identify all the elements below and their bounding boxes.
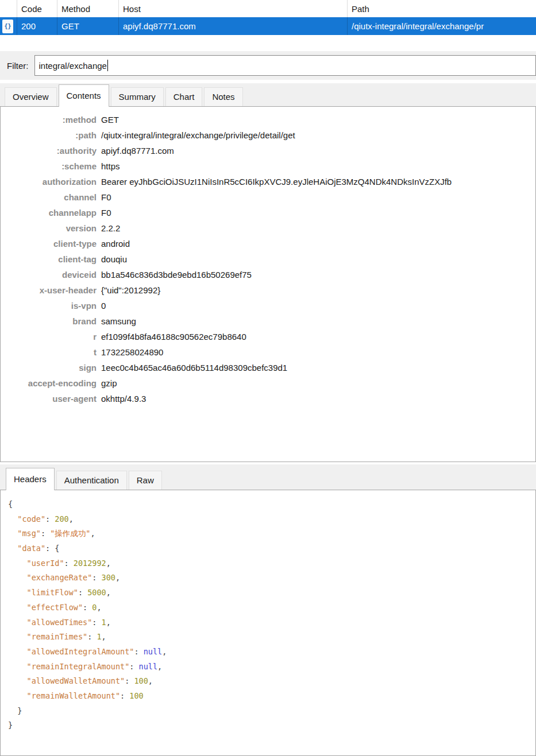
header-value: 1eec0c4b465ac46a60d6b5114d98309cbefc39d1	[101, 360, 535, 375]
tab-summary[interactable]: Summary	[111, 87, 164, 106]
response-body-pane[interactable]: { "code": 200, "msg": "操作成功", "data": { …	[0, 490, 536, 756]
request-subtabs: HeadersAuthenticationRaw	[0, 464, 536, 490]
json-token-number: 1	[97, 632, 101, 641]
filter-input[interactable]: integral/exchange	[34, 55, 536, 76]
subtab-authentication[interactable]: Authentication	[56, 471, 127, 490]
column-header-method[interactable]: Method	[57, 0, 118, 17]
json-line: "allowedIntegralAmount": null,	[8, 645, 535, 660]
json-line: "remainWalletAmount": 100	[8, 689, 535, 704]
json-token-key: "allowedIntegralAmount"	[27, 647, 134, 656]
json-token-punct: ,	[97, 603, 101, 612]
json-token-number: 100	[134, 676, 148, 685]
json-line: "allowedWalletAmount": 100,	[8, 674, 535, 689]
json-token-key: "exchangeRate"	[27, 573, 92, 582]
json-token-punct: :	[120, 691, 129, 700]
header-row: version2.2.2	[1, 220, 535, 236]
json-token-punct	[8, 588, 27, 597]
subtab-headers[interactable]: Headers	[6, 468, 55, 490]
header-row: t1732258024890	[1, 344, 535, 360]
header-key: t	[1, 344, 97, 360]
table-row-selected[interactable]: {} 200 GET apiyf.dq87771.com /qiutx-inte…	[0, 17, 536, 35]
header-key: channel	[1, 189, 97, 205]
header-row: is-vpn0	[1, 298, 535, 313]
header-row: x-user-header{"uid":2012992}	[1, 282, 535, 298]
header-key: r	[1, 329, 97, 344]
header-key: :authority	[1, 143, 97, 158]
json-token-null: null	[144, 647, 163, 656]
json-token-key: "remainTimes"	[27, 632, 88, 641]
header-value: https	[101, 158, 535, 174]
header-key: client-tag	[1, 251, 97, 267]
json-token-number: 200	[55, 514, 68, 524]
header-row: sign1eec0c4b465ac46a60d6b5114d98309cbefc…	[1, 360, 535, 375]
json-token-punct	[8, 691, 27, 700]
tab-chart[interactable]: Chart	[165, 87, 203, 106]
json-token-key: "effectFlow"	[27, 603, 83, 612]
content-tabs: OverviewContentsSummaryChartNotes	[0, 83, 536, 106]
tab-contents[interactable]: Contents	[59, 84, 109, 107]
table-filter-gap	[0, 35, 536, 51]
json-token-punct	[8, 544, 17, 553]
tab-overview[interactable]: Overview	[5, 87, 57, 106]
json-token-punct: ,	[106, 559, 111, 568]
json-token-punct: ,	[69, 514, 74, 524]
json-token-punct	[8, 573, 27, 582]
request-headers-pane[interactable]: :methodGET:path/qiutx-integral/integral/…	[0, 106, 536, 462]
json-token-key: "data"	[17, 544, 45, 553]
json-token-punct: }	[8, 706, 22, 715]
subtab-raw[interactable]: Raw	[129, 471, 162, 490]
json-line: "msg": "操作成功",	[8, 526, 535, 541]
json-token-punct: :	[78, 588, 87, 597]
json-line: "exchangeRate": 300,	[8, 571, 535, 586]
json-token-punct: :	[45, 514, 55, 524]
json-token-punct: :	[41, 529, 50, 538]
header-value: android	[101, 236, 535, 251]
column-header-host[interactable]: Host	[118, 0, 347, 17]
header-value: 1732258024890	[101, 344, 535, 360]
header-row: client-tagdouqiu	[1, 251, 535, 267]
header-key: :path	[1, 127, 97, 143]
json-token-punct: :	[129, 662, 138, 671]
json-token-number: 300	[102, 573, 115, 582]
json-token-key: "code"	[17, 514, 45, 524]
row-host-cell: apiyf.dq87771.com	[118, 17, 347, 35]
json-token-punct	[8, 632, 27, 641]
json-token-punct: {	[8, 499, 13, 509]
json-token-punct: :	[125, 676, 134, 685]
row-path-cell: /qiutx-integral/integral/exchange/pr	[347, 17, 536, 35]
row-method-cell: GET	[57, 17, 118, 35]
json-token-punct: :	[83, 603, 92, 612]
header-value: bb1a546c836d3bde9ebd16b50269ef75	[101, 267, 535, 282]
header-value: apiyf.dq87771.com	[101, 143, 535, 158]
header-key: version	[1, 220, 97, 236]
header-value: gzip	[101, 375, 535, 391]
header-key: authorization	[1, 174, 97, 189]
json-token-number: 2012992	[74, 559, 106, 568]
header-value: okhttp/4.9.3	[101, 391, 535, 406]
tab-notes[interactable]: Notes	[204, 87, 242, 106]
request-table: Code Method Host Path {} 200 GET apiyf.d…	[0, 0, 536, 35]
json-token-null: null	[139, 662, 158, 671]
column-header-code[interactable]: Code	[17, 0, 57, 17]
json-line: "remainIntegralAmount": null,	[8, 660, 535, 674]
json-token-punct: :	[87, 632, 97, 641]
json-token-punct: ,	[90, 529, 95, 538]
json-token-punct: ,	[106, 588, 111, 597]
json-token-punct: :	[92, 618, 101, 627]
header-value: 0	[101, 298, 535, 313]
json-token-punct: }	[8, 720, 13, 730]
json-token-punct: ,	[148, 676, 153, 685]
json-token-punct: ,	[102, 632, 106, 641]
header-key: sign	[1, 360, 97, 375]
filter-label: Filter:	[7, 61, 29, 71]
request-table-header: Code Method Host Path	[0, 0, 536, 17]
column-header-path[interactable]: Path	[347, 0, 536, 17]
header-key: client-type	[1, 236, 97, 251]
column-header-icon[interactable]	[0, 0, 17, 17]
header-row: :authorityapiyf.dq87771.com	[1, 143, 535, 158]
header-key: :scheme	[1, 158, 97, 174]
header-key: channelapp	[1, 205, 97, 220]
json-token-punct: :	[64, 559, 74, 568]
header-value: /qiutx-integral/integral/exchange/privil…	[101, 127, 535, 143]
json-token-punct: ,	[157, 662, 162, 671]
